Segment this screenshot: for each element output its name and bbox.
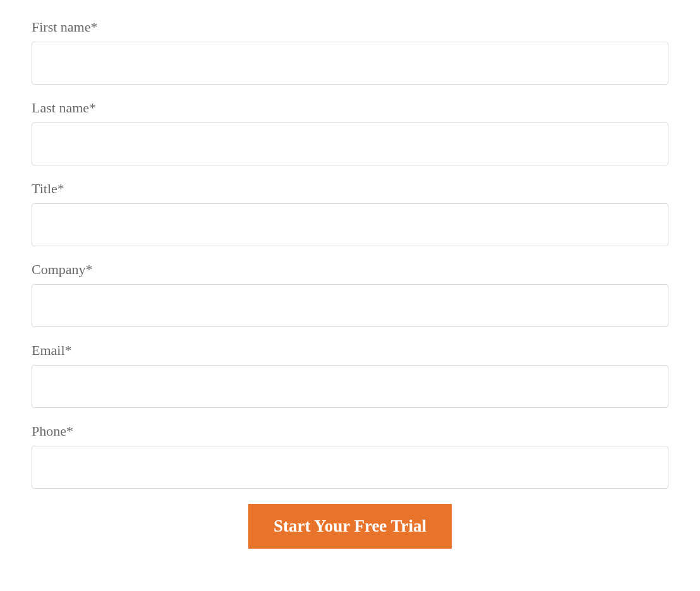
submit-button[interactable]: Start Your Free Trial xyxy=(248,504,452,549)
input-title[interactable] xyxy=(32,203,668,246)
input-first-name[interactable] xyxy=(32,42,668,85)
input-last-name[interactable] xyxy=(32,122,668,165)
submit-row: Start Your Free Trial xyxy=(32,504,668,549)
label-last-name: Last name* xyxy=(32,100,668,116)
input-email[interactable] xyxy=(32,365,668,408)
input-company[interactable] xyxy=(32,284,668,327)
label-email: Email* xyxy=(32,342,668,359)
input-phone[interactable] xyxy=(32,446,668,489)
field-group-phone: Phone* xyxy=(32,423,668,489)
field-group-first-name: First name* xyxy=(32,19,668,85)
field-group-email: Email* xyxy=(32,342,668,408)
free-trial-form: First name* Last name* Title* Company* E… xyxy=(32,19,668,549)
field-group-company: Company* xyxy=(32,261,668,327)
field-group-last-name: Last name* xyxy=(32,100,668,165)
label-company: Company* xyxy=(32,261,668,278)
field-group-title: Title* xyxy=(32,181,668,246)
label-title: Title* xyxy=(32,181,668,197)
label-first-name: First name* xyxy=(32,19,668,35)
label-phone: Phone* xyxy=(32,423,668,439)
